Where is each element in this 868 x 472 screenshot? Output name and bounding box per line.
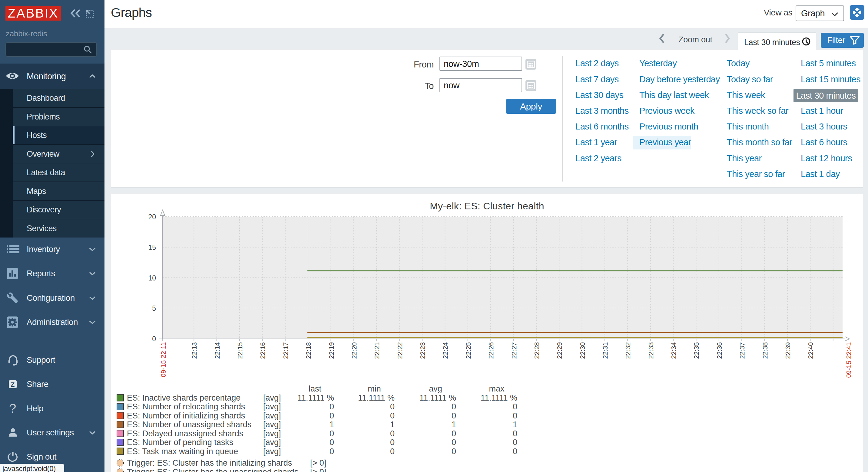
svg-text:[avg]: [avg]: [263, 411, 281, 420]
svg-text:22:25: 22:25: [465, 342, 472, 359]
svg-text:[avg]: [avg]: [263, 429, 281, 438]
svg-text:[avg]: [avg]: [263, 402, 281, 411]
svg-text:last: last: [309, 384, 322, 393]
svg-text:ES: Inactive shards percentage: ES: Inactive shards percentage: [127, 393, 241, 402]
svg-text:22:31: 22:31: [601, 342, 609, 359]
svg-text:ES: Number of relocating shard: ES: Number of relocating shards: [127, 402, 245, 411]
svg-text:max: max: [489, 384, 504, 393]
svg-text:22:33: 22:33: [647, 342, 655, 359]
svg-text:22:24: 22:24: [441, 342, 449, 359]
svg-text:22:35: 22:35: [693, 342, 700, 359]
svg-text:11.1111 %: 11.1111 %: [480, 393, 517, 402]
svg-text:22:32: 22:32: [624, 342, 632, 359]
svg-text:22:36: 22:36: [716, 342, 723, 359]
svg-text:0: 0: [513, 429, 517, 438]
svg-text:0: 0: [513, 411, 517, 420]
svg-text:22:27: 22:27: [510, 342, 518, 359]
svg-text:0: 0: [330, 429, 334, 438]
svg-text:22:30: 22:30: [579, 342, 586, 359]
svg-text:0: 0: [390, 402, 395, 411]
svg-text:22:16: 22:16: [259, 342, 267, 359]
svg-text:15: 15: [148, 243, 156, 251]
svg-text:20: 20: [148, 213, 156, 221]
svg-text:[> 0]: [> 0]: [310, 459, 326, 468]
svg-text:22:37: 22:37: [738, 342, 746, 359]
svg-text:11.1111 %: 11.1111 %: [420, 393, 456, 402]
svg-text:10: 10: [148, 274, 156, 282]
svg-text:ES: Number of initializing sha: ES: Number of initializing shards: [127, 411, 245, 420]
svg-text:ES: Task max waiting in queue: ES: Task max waiting in queue: [127, 447, 238, 456]
svg-text:22:20: 22:20: [350, 342, 358, 359]
svg-text:1: 1: [513, 420, 517, 429]
svg-text:[avg]: [avg]: [263, 420, 281, 429]
svg-text:[> 0]: [> 0]: [310, 468, 326, 472]
svg-text:[avg]: [avg]: [263, 438, 281, 447]
svg-text:0: 0: [452, 402, 456, 411]
svg-text:11.1111 %: 11.1111 %: [358, 393, 395, 402]
svg-text:22:40: 22:40: [807, 342, 814, 359]
svg-text:Z: Z: [11, 381, 15, 388]
svg-text:0: 0: [452, 429, 456, 438]
svg-text:22:39: 22:39: [784, 342, 792, 359]
svg-text:0: 0: [330, 411, 334, 420]
svg-text:0: 0: [513, 447, 517, 456]
svg-text:[avg]: [avg]: [263, 447, 281, 456]
svg-text:0: 0: [390, 447, 395, 456]
svg-text:22:14: 22:14: [214, 342, 221, 359]
svg-text:ES: Number of unassigned shard: ES: Number of unassigned shards: [127, 420, 251, 429]
svg-text:22:28: 22:28: [533, 342, 540, 359]
svg-text:0: 0: [152, 335, 156, 343]
svg-text:22:34: 22:34: [670, 342, 678, 359]
svg-text:0: 0: [390, 429, 395, 438]
svg-text:22:38: 22:38: [762, 342, 769, 359]
svg-text:1: 1: [452, 420, 456, 429]
svg-text:22:19: 22:19: [328, 342, 335, 359]
svg-text:1: 1: [390, 420, 395, 429]
svg-text:ES: Number of pending tasks: ES: Number of pending tasks: [127, 438, 233, 447]
svg-text:22:21: 22:21: [373, 342, 381, 359]
svg-text:Trigger: ES: Cluster has the u: Trigger: ES: Cluster has the unassigned …: [127, 468, 298, 472]
svg-text:0: 0: [452, 411, 456, 420]
svg-text:0: 0: [390, 438, 395, 447]
svg-text:0: 0: [330, 438, 334, 447]
svg-text:Trigger: ES: Cluster has the i: Trigger: ES: Cluster has the initializin…: [127, 459, 292, 468]
svg-text:avg: avg: [429, 384, 442, 393]
svg-text:22:26: 22:26: [487, 342, 495, 359]
svg-text:[avg]: [avg]: [263, 393, 281, 402]
svg-text:22:17: 22:17: [282, 342, 289, 359]
svg-text:5: 5: [152, 304, 156, 312]
svg-text:0: 0: [452, 447, 456, 456]
svg-text:My-elk: ES: Cluster health: My-elk: ES: Cluster health: [430, 201, 544, 211]
svg-text:22:13: 22:13: [190, 342, 198, 359]
svg-text:22:23: 22:23: [419, 342, 427, 359]
svg-text:11.1111 %: 11.1111 %: [298, 393, 334, 402]
svg-text:0: 0: [513, 402, 517, 411]
svg-text:1: 1: [330, 420, 334, 429]
svg-text:22:15: 22:15: [236, 342, 244, 359]
svg-text:0: 0: [452, 438, 456, 447]
svg-text:0: 0: [330, 447, 334, 456]
svg-text:22:18: 22:18: [305, 342, 312, 359]
svg-text:min: min: [368, 384, 381, 393]
svg-text:ES: Delayed unassigned shards: ES: Delayed unassigned shards: [127, 429, 243, 438]
svg-text:0: 0: [513, 438, 517, 447]
svg-text:0: 0: [390, 411, 395, 420]
svg-text:09-15 22:11: 09-15 22:11: [160, 342, 167, 377]
svg-text:22:29: 22:29: [556, 342, 563, 359]
svg-text:0: 0: [330, 402, 334, 411]
svg-text:22:22: 22:22: [396, 342, 404, 359]
svg-text:09-15 22:41: 09-15 22:41: [845, 342, 852, 378]
